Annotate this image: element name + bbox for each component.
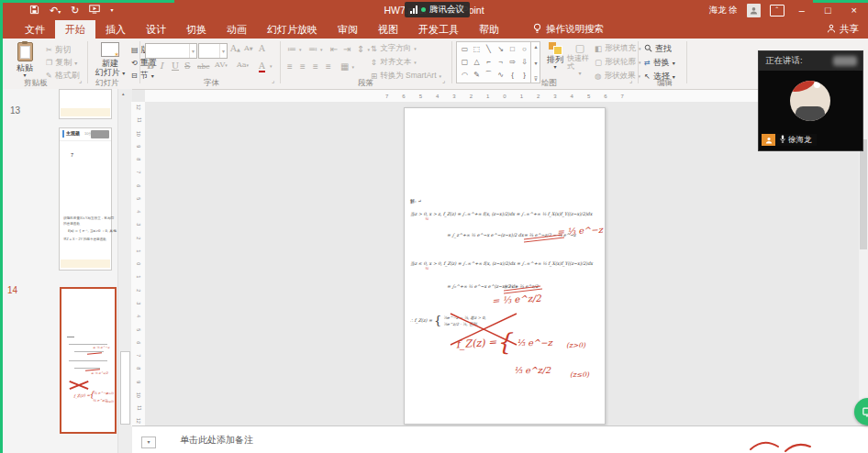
- numbering-button[interactable]: ≕▾: [308, 44, 323, 54]
- decrease-font-button[interactable]: A▼: [244, 44, 253, 52]
- shape-fill-button[interactable]: ◧形状填充▾: [595, 43, 641, 54]
- account-avatar[interactable]: [747, 4, 761, 17]
- vertical-ruler[interactable]: 1211109876543210123456789101112: [131, 102, 145, 426]
- ribbon-display-options-button[interactable]: ⌃: [770, 5, 785, 17]
- slide-thumbnail-partial[interactable]: 请使用配套V0.2以上版本打开浏览: [59, 89, 112, 119]
- shape-item[interactable]: ∿: [497, 72, 504, 79]
- copy-button[interactable]: ❐复制▾: [46, 57, 77, 69]
- shape-item[interactable]: ↘: [497, 46, 504, 53]
- cut-button[interactable]: ✂剪切: [46, 44, 72, 56]
- editor-scrollbar-thumb[interactable]: [860, 139, 867, 249]
- shape-item[interactable]: □: [510, 46, 515, 53]
- change-case-button[interactable]: Aa▾: [237, 61, 249, 69]
- shadow-abc-button[interactable]: abc: [197, 62, 209, 71]
- font-color-caret-icon[interactable]: ▾: [270, 63, 273, 69]
- shape-item[interactable]: ⌒: [485, 72, 493, 79]
- tab-home[interactable]: 开始: [55, 20, 95, 39]
- shape-item[interactable]: ¬: [498, 59, 503, 66]
- format-painter-button[interactable]: ✎格式刷: [46, 70, 80, 82]
- char-spacing-button[interactable]: AV▾: [215, 61, 228, 69]
- new-slide-button[interactable]: ✶ 新建 幻灯片 ▾: [92, 42, 128, 78]
- dialog-launcher-clipboard[interactable]: ⌟: [79, 77, 82, 84]
- thumbnail-scrollbar[interactable]: ▴: [117, 89, 132, 453]
- notes-panel[interactable]: ▾ 单击此处添加备注: [132, 425, 868, 453]
- tab-transitions[interactable]: 切换: [176, 20, 217, 39]
- close-button[interactable]: ×: [846, 0, 862, 20]
- shape-item[interactable]: ⇨: [509, 59, 516, 66]
- dialog-launcher-font[interactable]: ⌟: [272, 77, 274, 84]
- font-name-combobox[interactable]: ▾: [145, 43, 197, 59]
- bullets-button[interactable]: ≔▾: [287, 44, 302, 54]
- notes-collapse-button[interactable]: ▾: [141, 436, 156, 448]
- arrange-button[interactable]: 排列 ▾: [543, 42, 567, 71]
- meeting-panel[interactable]: 正在讲话: 徐海龙: [758, 50, 863, 151]
- shape-item[interactable]: ⇩: [521, 59, 528, 66]
- align-center-button[interactable]: ≡: [300, 61, 306, 72]
- shape-item[interactable]: ▢: [462, 59, 469, 66]
- share-button[interactable]: 共享: [827, 20, 859, 39]
- shape-item[interactable]: ⌐: [486, 59, 491, 66]
- quick-styles-button[interactable]: ▢ 快速样式 ▾: [567, 42, 593, 77]
- shape-effects-button[interactable]: ◍形状效果▾: [595, 71, 640, 82]
- tab-file[interactable]: 文件: [15, 20, 55, 39]
- bold-button[interactable]: B: [147, 61, 154, 71]
- align-left-button[interactable]: ≡: [287, 61, 293, 72]
- tencent-meeting-badge[interactable]: 腾讯会议: [405, 2, 470, 17]
- tab-help[interactable]: 帮助: [469, 20, 509, 39]
- paste-button[interactable]: 粘贴 ▾: [7, 42, 42, 79]
- italic-button[interactable]: I: [160, 61, 163, 71]
- font-size-combobox[interactable]: ▾: [198, 43, 228, 59]
- slide-canvas[interactable]: 解: ↵ 当z > 0, x > z, f_Z(z) = ∫₋∞^+∞ f(x,…: [404, 107, 606, 425]
- shape-outline-button[interactable]: ▢形状轮廓▾: [595, 57, 641, 68]
- tellme-search[interactable]: 操作说明搜索: [533, 20, 604, 39]
- participant-video[interactable]: 徐海龙: [759, 71, 862, 150]
- shape-item[interactable]: ○: [522, 46, 527, 53]
- underline-button[interactable]: U: [172, 61, 179, 71]
- columns-button[interactable]: ▦▾: [340, 61, 354, 72]
- gallery-more-button[interactable]: ⊽: [534, 75, 538, 82]
- convert-smartart-button[interactable]: ⊞转换为 SmartArt▾: [371, 71, 441, 82]
- slide-thumbnail-14-selected[interactable]: = ⅓ e^−z = ⅓ e^z/2 f_Z(z) = { ⅓ e^−z (z>…: [60, 287, 117, 434]
- shape-gallery[interactable]: ▭⬚╲↘□○▢△⌐¬⇨⇩◠✎⌒∿{}: [456, 41, 540, 83]
- notes-placeholder[interactable]: 单击此处添加备注: [180, 434, 253, 447]
- align-text-button[interactable]: ⇕对齐文本▾: [371, 57, 417, 68]
- font-name-caret-icon[interactable]: ▾: [189, 44, 196, 58]
- shape-item[interactable]: ▭: [462, 46, 469, 53]
- font-size-caret-icon[interactable]: ▾: [219, 44, 227, 58]
- thumbnail-scrollbar-thumb[interactable]: [120, 351, 130, 425]
- text-direction-button[interactable]: ⇅文字方向▾: [371, 43, 417, 54]
- horizontal-ruler[interactable]: 765432101234567: [145, 90, 859, 102]
- shape-item[interactable]: ◠: [462, 72, 468, 79]
- replace-button[interactable]: ⇄替换▾: [644, 57, 675, 69]
- tab-developer[interactable]: 开发工具: [408, 20, 469, 39]
- strikethrough-button[interactable]: S: [184, 61, 191, 71]
- account-user-name[interactable]: 海龙 徐: [709, 5, 738, 17]
- restore-button[interactable]: □: [819, 0, 837, 20]
- shape-item[interactable]: ╲: [486, 46, 491, 53]
- slide-thumbnail-13[interactable]: 主观题 10分 ⚙ 设置 7 设随机变量X与Y相互独立，有相同 的密度函数 f(…: [59, 127, 112, 271]
- shape-item[interactable]: }: [523, 72, 526, 79]
- shape-item[interactable]: ⬚: [473, 46, 481, 53]
- gallery-up-button[interactable]: ▴: [534, 43, 537, 50]
- font-color-button[interactable]: A: [259, 61, 265, 72]
- tab-insert[interactable]: 插入: [95, 20, 136, 39]
- increase-indent-button[interactable]: ⇥: [343, 44, 351, 54]
- justify-button[interactable]: ≡: [326, 61, 331, 72]
- dialog-launcher-paragraph[interactable]: ⌟: [442, 77, 445, 84]
- tab-animations[interactable]: 动画: [217, 20, 257, 39]
- find-button[interactable]: 查找: [644, 43, 672, 55]
- clear-formatting-button[interactable]: A: [259, 43, 265, 53]
- line-spacing-button[interactable]: ⇕▾: [357, 44, 370, 54]
- section-button[interactable]: ⊟节▾: [131, 70, 154, 82]
- tab-slideshow[interactable]: 幻灯片放映: [257, 20, 328, 39]
- shape-item[interactable]: △: [473, 59, 479, 66]
- gallery-down-button[interactable]: ▾: [534, 60, 537, 66]
- decrease-indent-button[interactable]: ⇤: [330, 44, 338, 54]
- scroll-up-icon[interactable]: ▴: [122, 91, 125, 96]
- tab-review[interactable]: 审阅: [328, 20, 368, 39]
- settings-button[interactable]: ⚙ 设置: [91, 130, 109, 138]
- floating-meeting-ball[interactable]: [854, 398, 868, 425]
- align-right-button[interactable]: ≡: [313, 61, 318, 72]
- minimize-button[interactable]: –: [794, 0, 810, 20]
- increase-font-button[interactable]: A▲: [230, 43, 240, 53]
